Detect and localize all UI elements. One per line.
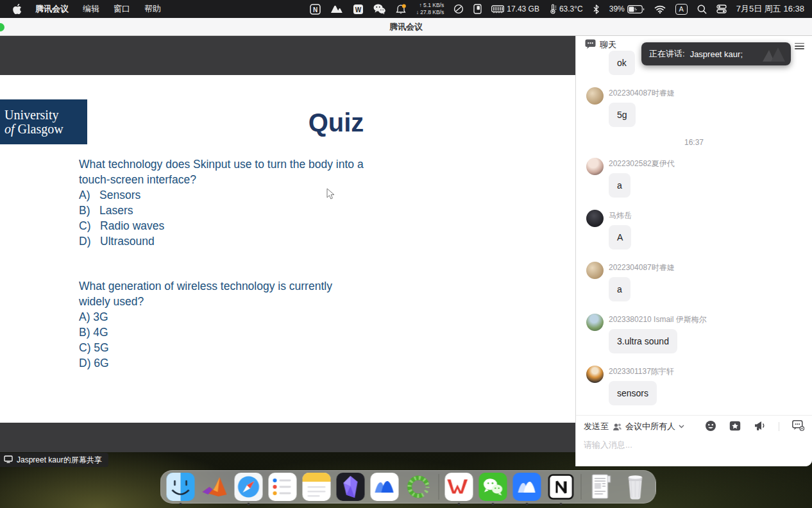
quiz-line: touch-screen interface? [79,173,364,188]
avatar[interactable] [586,366,604,383]
menu-bar: 腾讯会议 编辑 窗口 帮助 N W ↑ 5.1 KB/s ↓ 27.8 KB/s [0,0,812,18]
quiz-line: B) Lasers [79,203,364,219]
quiz-line: D) 6G [79,356,332,371]
avatar[interactable] [586,87,604,105]
avatar[interactable] [586,262,604,279]
notification-bell-icon[interactable] [395,4,407,15]
chat-sender-name: 2022304087时睿婕 [609,87,802,98]
chat-bubble: A [609,225,631,250]
spotlight-search-icon[interactable] [697,4,707,14]
dock-meeting-light-icon[interactable] [371,473,399,501]
chat-bubble: ok [609,51,635,75]
dock-reminders-icon[interactable] [269,473,297,501]
chat-sender-name: 2023380210 Ismail 伊斯梅尔 [609,314,802,325]
wps-status-icon[interactable]: W [353,4,364,15]
share-badge-text: Jaspreet kaur的屏幕共享 [17,455,102,466]
dock-divider [439,474,439,500]
chat-message: 马炜岳A [586,210,802,250]
running-indicator [492,503,495,505]
chat-panel: 聊天 ok2022304087时睿婕5g16:372022302582夏伊代a马… [575,36,812,466]
dock-notes-icon[interactable] [303,473,331,501]
quiz-line: C) Radio waves [79,219,364,234]
dock-divider [581,474,582,500]
shared-screen-bottom-band [0,423,575,452]
window-title: 腾讯会议 [389,21,423,33]
dock-finder-icon[interactable] [167,473,195,501]
chat-bubble: sensors [609,381,657,405]
university-of-glasgow-logo: University of Glasgow [0,99,87,144]
dock-trash-icon[interactable] [622,473,650,501]
dock-matlab-icon[interactable] [201,473,229,501]
bluetooth-icon[interactable] [593,4,600,14]
screen-share-badge: Jaspreet kaur的屏幕共享 [0,453,108,467]
shared-screen-top-band [0,36,575,75]
footer-divider [779,422,779,431]
quiz-line: What technology does Skinput use to turn… [79,157,364,173]
chat-sender-name: 2022302582夏伊代 [609,158,802,169]
quiz-line: A) Sensors [79,188,364,203]
dock-meeting-blue-icon[interactable] [513,473,541,501]
send-to-value: 会议中所有人 [625,421,675,432]
window-title-bar: 腾讯会议 [0,18,812,36]
input-source-switcher[interactable]: A [675,4,688,15]
running-indicator [248,503,250,505]
memory-status[interactable]: 17.43 GB [491,4,539,13]
temperature-status[interactable]: 63.3°C [549,4,583,14]
apple-icon[interactable] [6,4,28,14]
traffic-light-green[interactable] [0,23,4,31]
svg-text:W: W [355,6,362,13]
meeting-watermark-icon [761,45,787,65]
chat-bubble: a [609,277,630,301]
quiz-line: widely used? [79,294,332,310]
notion-status-icon[interactable]: N [310,4,321,15]
logo-line1: University [4,108,87,122]
dock-safari-icon[interactable] [235,473,263,501]
menu-window[interactable]: 窗口 [106,3,137,15]
quiz-question-1: What technology does Skinput use to turn… [79,157,364,249]
menubar-app-name[interactable]: 腾讯会议 [28,3,76,15]
dock-notion-icon[interactable] [547,473,575,501]
control-center-icon[interactable] [716,4,727,13]
menubar-datetime[interactable]: 7月5日 周五 16:38 [736,3,804,15]
chat-settings-icon[interactable] [792,420,804,433]
chat-timestamp: 16:37 [586,137,802,148]
wifi-icon[interactable] [654,5,666,13]
circle-slash-icon[interactable] [453,4,464,14]
chat-bubble: 3.ultra sound [609,329,677,353]
running-indicator [180,503,182,505]
wechat-status-icon[interactable] [373,4,385,14]
mouse-cursor [326,188,335,203]
dock-downloads-icon[interactable] [588,473,616,501]
device-status-icon[interactable] [473,4,482,14]
dock-obsidian-icon[interactable] [337,473,365,501]
chat-message: 2022302582夏伊代a [586,158,802,198]
speaking-indicator-tooltip: 正在讲话: Jaspreet kaur; [641,42,791,65]
favorites-folder-icon[interactable] [729,421,741,433]
dock-wps-icon[interactable] [445,473,473,501]
svg-text:N: N [313,6,317,13]
quiz-slide: University of Glasgow Quiz What technolo… [0,75,575,423]
avatar[interactable] [586,158,604,175]
network-speed[interactable]: ↑ 5.1 KB/s ↓ 27.8 KB/s [416,2,444,15]
menu-help[interactable]: 帮助 [137,3,168,15]
dock-anaconda-icon[interactable] [405,473,433,501]
quiz-line: C) 5G [79,341,332,356]
dock-wechat-icon[interactable] [479,473,507,501]
running-indicator [560,503,562,505]
chat-bubble: a [609,173,630,198]
send-to-selector[interactable]: 会议中所有人 [613,421,684,432]
battery-status[interactable]: 39% [609,4,645,13]
avatar[interactable] [586,314,604,331]
send-to-label: 发送至 [584,421,609,432]
megaphone-icon[interactable] [754,420,766,433]
meeting-status-icon[interactable] [330,4,343,13]
chat-bubble: 5g [609,103,636,127]
avatar[interactable] [586,210,604,227]
quiz-line: A) 3G [79,310,332,325]
message-input[interactable] [576,437,812,452]
chat-message: 2023301137陈宇轩sensors [586,366,802,405]
menu-edit[interactable]: 编辑 [76,3,106,15]
emoji-icon[interactable] [705,420,716,434]
running-indicator [526,503,529,505]
chat-thread[interactable]: ok2022304087时睿婕5g16:372022302582夏伊代a马炜岳A… [576,46,812,415]
